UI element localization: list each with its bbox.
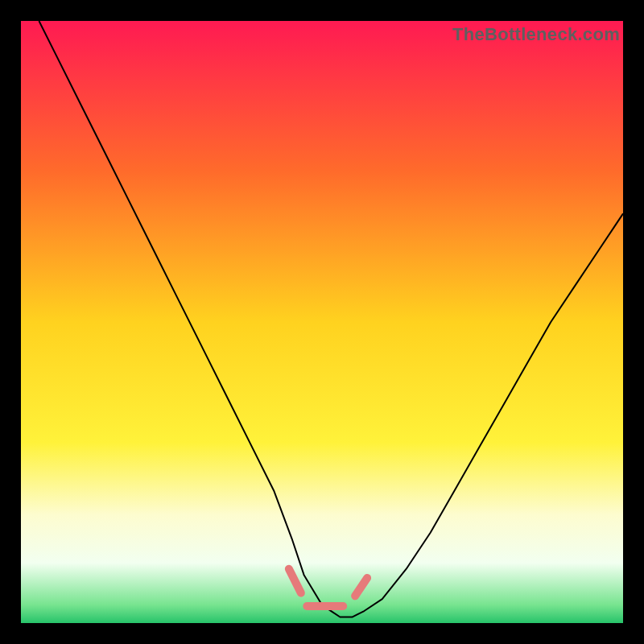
chart-svg [21, 21, 623, 623]
chart-frame: TheBottleneck.com [0, 0, 644, 644]
gradient-background [21, 21, 623, 623]
plot-area [21, 21, 623, 623]
